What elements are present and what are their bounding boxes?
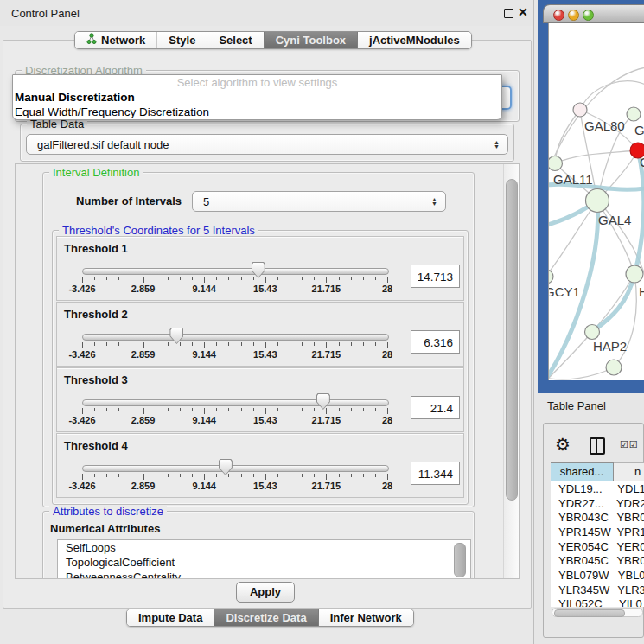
network-edge [580,81,644,110]
tick-label: 2.859 [131,481,156,491]
slider-track[interactable] [82,334,389,341]
table-row[interactable]: YBR043CYBR0 [551,510,644,525]
tab-select[interactable]: Select [207,32,263,48]
cyni-toolbox-panel: Discretization Algorithm ▲▼ Table Data g… [3,40,532,609]
horizontal-scrollbar-thumb[interactable] [554,609,625,617]
tick-label: 2.859 [131,284,156,294]
slider-track[interactable] [82,465,389,472]
tab-discretize-data[interactable]: Discretize Data [214,609,317,626]
tab-label: Impute Data [138,611,202,624]
tick-mark [363,474,364,477]
numerical-attributes-list[interactable]: SelfLoopsTopologicalCoefficientBetweenne… [57,539,471,579]
bottom-tab-bar: Impute DataDiscretize DataInfer Network [126,609,414,627]
tick-mark [277,408,278,411]
threshold-value-field[interactable]: 6.316 [411,330,460,354]
tick-mark [228,342,229,346]
tick-mark [253,277,254,280]
network-graph[interactable]: GAL80GCGAL11GAL4GCY1HHAP2 [549,23,644,380]
network-node[interactable] [585,325,600,340]
tick-mark [326,474,327,480]
table-row[interactable]: YPR145WYPR1 [551,525,644,539]
float-window-button[interactable] [504,9,513,18]
threshold-value-field[interactable]: 21.4 [411,396,460,419]
threshold-value-field[interactable]: 11.344 [411,462,460,485]
tick-mark [265,474,266,480]
network-node[interactable] [606,360,622,375]
split-columns-icon[interactable] [590,437,605,455]
network-node[interactable] [586,189,609,213]
table-row[interactable]: YIL052CYIL0 [551,597,644,608]
list-item[interactable]: SelfLoops [58,540,470,555]
zoom-traffic-light[interactable] [583,10,594,21]
table-row[interactable]: YLR345WYLR3 [551,583,644,597]
tick-mark [363,408,364,411]
tick-label: 21.715 [312,284,341,294]
tick-mark [253,474,254,477]
tab-label: Style [169,34,195,47]
tick-label: 21.715 [312,415,341,425]
table-row[interactable]: YBL079WYBL0 [551,568,644,583]
dropdown-option-equal-width[interactable]: Equal Width/Frequency Discretization [13,105,501,119]
slider-ticks [82,277,387,284]
tab-jactivemnodules[interactable]: jActiveMNodules [357,32,471,48]
slider-track[interactable] [82,399,389,406]
table-row[interactable]: YDL19...YDL1 [551,481,644,496]
list-scrollbar-thumb[interactable] [454,543,466,577]
network-window-titlebar [543,4,644,23]
table-row[interactable]: YER054CYER0 [551,539,644,554]
threshold-value-field[interactable]: 14.713 [411,265,460,288]
number-of-intervals-combobox[interactable]: 5 ▲▼ [192,191,446,212]
list-item[interactable]: TopologicalCoefficient [58,555,470,570]
vertical-scrollbar[interactable] [503,164,519,578]
tab-label: jActiveMNodules [369,34,460,47]
gear-icon[interactable]: ⚙ [555,434,571,455]
cell-name: YPR1 [611,526,644,539]
tick-mark [131,408,131,411]
network-node[interactable] [626,265,643,283]
network-node[interactable] [573,103,587,117]
slider-track[interactable] [82,268,389,275]
network-edge [549,367,614,379]
tick-mark [143,474,144,480]
cell-name: YIL0 [614,597,642,607]
tick-label: -3.426 [68,415,95,425]
threshold-panel-4: Threshold 4-3.4262.8599.14415.4321.71528… [56,433,464,498]
tick-mark [118,474,119,477]
tick-label: -3.426 [68,284,95,294]
threshold-panel-3: Threshold 3-3.4262.8599.14415.4321.71528… [56,367,464,432]
vertical-scrollbar-thumb[interactable] [506,179,518,501]
horizontal-scrollbar[interactable] [552,608,643,617]
tick-mark [265,277,266,283]
table-row[interactable]: YDR27...YDR2 [551,496,644,511]
cell-shared-name: YBL079W [551,569,613,582]
tick-mark [180,342,181,346]
tick-mark [94,474,95,477]
close-traffic-light[interactable] [553,10,564,21]
network-view-canvas[interactable]: GAL80GCGAL11GAL4GCY1HHAP2 [548,23,644,380]
network-node[interactable] [549,156,563,171]
tick-mark [106,342,107,346]
tab-cyni-toolbox[interactable]: Cyni Toolbox [264,32,357,48]
column-header-name[interactable]: n [614,462,644,481]
tab-impute-data[interactable]: Impute Data [127,609,214,626]
network-node[interactable] [627,107,641,121]
dropdown-option-manual[interactable]: Manual Discretization [13,90,501,105]
tick-mark [241,342,242,346]
tab-infer-network[interactable]: Infer Network [318,609,413,626]
network-edge [549,332,592,380]
table-row[interactable]: YBR045CYBR0 [551,553,644,568]
interval-definition-title: Interval Definition [49,166,143,179]
network-node[interactable] [549,270,553,284]
tick-mark [253,408,254,411]
column-header-shared-name[interactable]: shared... [551,462,614,481]
tick-mark [192,408,193,411]
slider-tick-labels: -3.4262.8599.14415.4321.71528 [82,415,387,425]
close-icon[interactable]: ✕ [518,5,528,19]
apply-button[interactable]: Apply [236,582,295,603]
select-columns-icon[interactable]: ☑☑ [620,439,639,450]
tab-network[interactable]: Network [75,32,156,48]
minimize-traffic-light[interactable] [568,10,579,21]
list-item[interactable]: BetweennessCentrality [58,570,470,579]
table-data-combobox[interactable]: galFiltered.sif default node ▲▼ [26,134,508,155]
tab-style[interactable]: Style [156,32,207,48]
